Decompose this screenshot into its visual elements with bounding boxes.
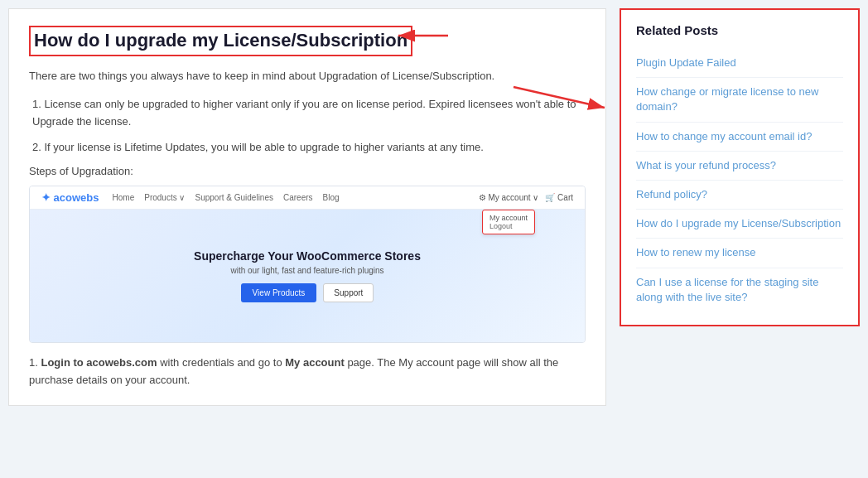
nav-support: Support & Guidelines [195,193,273,202]
related-link-7[interactable]: Can I use a license for the staging site… [636,268,843,311]
hero-subtitle: with our light, fast and feature-rich pl… [230,266,383,275]
screenshot-navbar: ✦ acowebs Home Products ∨ Support & Guid… [30,186,585,210]
dropdown-logout: Logout [489,222,513,230]
main-content: How do I upgrade my License/Subscription… [8,8,606,406]
hero-title: Supercharge Your WooCommerce Stores [194,249,421,263]
footer-instruction: 1. Login to acowebs.com with credentials… [29,355,586,389]
nav-careers: Careers [283,193,313,202]
related-link-5[interactable]: How do I upgrade my License/Subscription [636,210,843,239]
related-posts-title: Related Posts [636,23,843,37]
view-products-button[interactable]: View Products [241,283,317,302]
hero-buttons: View Products Support [241,283,374,302]
screenshot-nav-links: Home Products ∨ Support & Guidelines Car… [113,193,465,202]
nav-blog: Blog [323,193,340,202]
page-title: How do I upgrade my License/Subscription [29,26,412,56]
arrow-annotation-left [390,21,456,51]
related-link-0[interactable]: Plugin Update Failed [636,49,843,78]
point-2: 2. If your license is Lifetime Updates, … [29,139,586,157]
sidebar: Related Posts Plugin Update Failed How c… [620,8,860,406]
my-account-dropdown: My account Logout [482,210,535,234]
screenshot-embed: ✦ acowebs Home Products ∨ Support & Guid… [29,186,586,343]
dropdown-my-account: My account [489,214,528,222]
intro-paragraph: There are two things you always have to … [29,68,586,85]
nav-products: Products ∨ [144,193,185,202]
steps-heading: Steps of Upgradation: [29,165,586,177]
point-1: 1. License can only be upgraded to highe… [29,96,586,131]
support-button[interactable]: Support [323,283,374,302]
screenshot-logo: ✦ acowebs [41,191,99,204]
page-wrapper: How do I upgrade my License/Subscription… [8,8,860,406]
related-link-4[interactable]: Refund policy? [636,181,843,210]
related-link-6[interactable]: How to renew my license [636,239,843,268]
related-link-2[interactable]: How to change my account email id? [636,123,843,152]
related-posts-box: Related Posts Plugin Update Failed How c… [620,8,860,326]
footer-text-login: 1. Login to acowebs.com with credentials… [29,356,558,386]
screenshot-navbar-right: ⚙ My account ∨ 🛒 Cart [479,193,573,202]
related-link-3[interactable]: What is your refund process? [636,152,843,181]
related-link-1[interactable]: How change or migrate license to new dom… [636,78,843,122]
nav-home: Home [113,193,135,202]
nav-cart: 🛒 Cart [545,193,573,202]
nav-account: ⚙ My account ∨ [479,193,539,202]
